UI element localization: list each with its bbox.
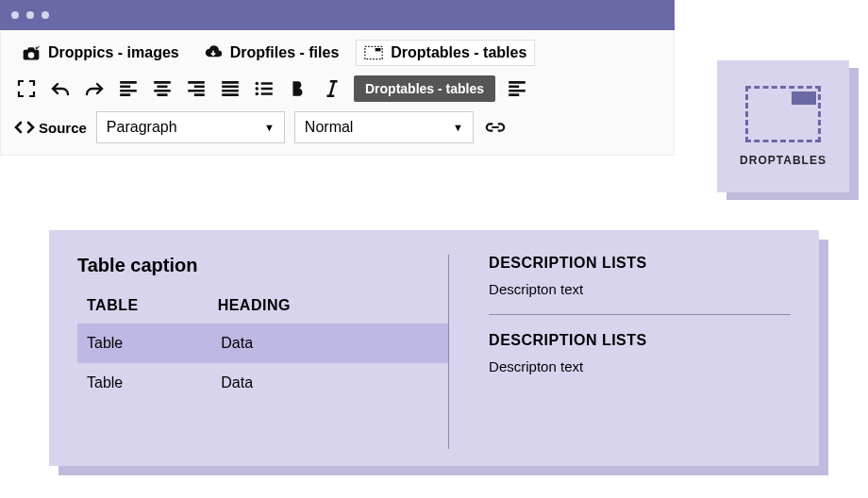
toolbar: Droppics - images Dropfiles - files Drop…	[0, 30, 675, 156]
svg-point-0	[36, 47, 38, 49]
table-row: Table Data	[77, 324, 448, 363]
style-select[interactable]: Normal ▼	[294, 111, 474, 143]
droptables-icon	[364, 44, 383, 61]
bold-icon	[288, 79, 309, 98]
link-icon	[485, 118, 506, 137]
table-cell: Data	[221, 335, 253, 352]
bold-button[interactable]	[286, 77, 310, 100]
table-preview: Table caption TABLE HEADING Table Data T…	[77, 255, 448, 449]
description-lists: DESCRIPTION LISTS Descripton text DESCRI…	[448, 255, 791, 449]
tab-label: Dropfiles - files	[230, 44, 340, 61]
italic-icon	[322, 79, 342, 98]
tab-droptables[interactable]: Droptables - tables	[356, 40, 535, 66]
dlist-title: DESCRIPTION LISTS	[489, 332, 791, 349]
table-caption: Table caption	[77, 255, 448, 276]
redo-button[interactable]	[82, 77, 107, 100]
align-center-icon	[152, 79, 173, 98]
undo-button[interactable]	[48, 77, 73, 100]
chevron-down-icon: ▼	[264, 122, 275, 133]
redo-icon	[84, 79, 105, 98]
table-cell: Data	[221, 374, 253, 391]
divider	[489, 314, 791, 315]
dlist-text: Descripton text	[489, 281, 791, 297]
tab-droppics[interactable]: Droppics - images	[14, 41, 187, 65]
table-cell: Table	[87, 335, 123, 352]
table-head-cell: TABLE	[87, 297, 139, 314]
link-button[interactable]	[483, 116, 508, 139]
camera-icon	[22, 44, 41, 61]
card-label: DROPTABLES	[740, 154, 826, 167]
list-icon	[254, 79, 275, 98]
svg-point-6	[256, 92, 259, 96]
buttons-row: Droptables - tables	[14, 75, 660, 102]
svg-point-5	[256, 87, 259, 91]
align-left-button[interactable]	[116, 77, 141, 100]
align-justify-button[interactable]	[218, 77, 242, 100]
align-left-icon	[507, 79, 527, 98]
table-cell: Table	[87, 374, 123, 391]
select-value: Paragraph	[107, 119, 177, 136]
italic-button[interactable]	[320, 77, 344, 100]
source-button[interactable]: Source	[14, 119, 87, 136]
window-dot-icon	[42, 11, 49, 19]
tab-label: Droppics - images	[48, 44, 179, 61]
table-head-cell: HEADING	[218, 297, 291, 314]
source-label: Source	[39, 120, 87, 136]
align-right-button[interactable]	[184, 77, 209, 100]
tab-dropfiles[interactable]: Dropfiles - files	[196, 41, 347, 65]
align-center-button[interactable]	[150, 77, 175, 100]
table-row: Table Data	[77, 363, 448, 403]
code-icon	[14, 119, 35, 136]
fullscreen-icon	[16, 79, 37, 98]
window-dot-icon	[11, 11, 19, 19]
preview-panel: Table caption TABLE HEADING Table Data T…	[49, 230, 819, 466]
align-left-icon	[118, 79, 139, 98]
more-align-button[interactable]	[505, 77, 529, 100]
droptables-tooltip: Droptables - tables	[354, 75, 495, 102]
editor-window: Droppics - images Dropfiles - files Drop…	[0, 0, 675, 156]
svg-point-1	[38, 46, 40, 48]
list-button[interactable]	[252, 77, 276, 100]
svg-rect-3	[376, 48, 381, 51]
align-right-icon	[186, 79, 207, 98]
cloud-download-icon	[204, 44, 223, 61]
svg-point-4	[256, 82, 259, 86]
table-head: TABLE HEADING	[77, 297, 448, 324]
align-justify-icon	[220, 79, 241, 98]
source-row: Source Paragraph ▼ Normal ▼	[14, 111, 660, 143]
tab-label: Droptables - tables	[391, 44, 526, 61]
droptables-card[interactable]: DROPTABLES	[717, 60, 849, 192]
window-titlebar	[0, 0, 675, 30]
chevron-down-icon: ▼	[453, 122, 463, 133]
window-dot-icon	[26, 11, 34, 19]
select-value: Normal	[305, 119, 354, 136]
dlist-text: Descripton text	[489, 358, 791, 374]
undo-icon	[50, 79, 71, 98]
droptables-icon	[745, 86, 821, 142]
fullscreen-button[interactable]	[14, 77, 39, 100]
dlist-title: DESCRIPTION LISTS	[489, 255, 791, 272]
block-select[interactable]: Paragraph ▼	[96, 111, 285, 143]
tabs-row: Droppics - images Dropfiles - files Drop…	[14, 40, 660, 66]
